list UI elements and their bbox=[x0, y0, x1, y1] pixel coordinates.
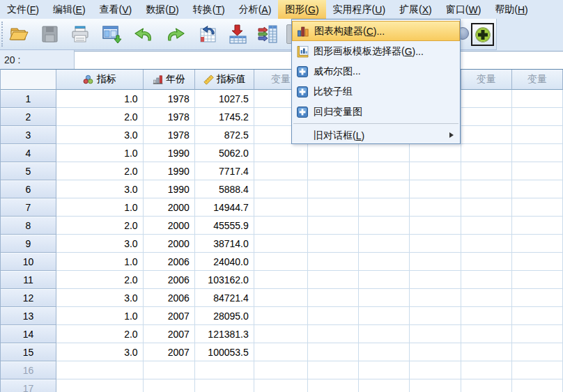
redo-button[interactable] bbox=[165, 24, 186, 45]
cell-empty[interactable] bbox=[308, 198, 359, 217]
cell-empty[interactable] bbox=[359, 235, 410, 253]
cell-empty[interactable] bbox=[308, 180, 359, 198]
cell-empty[interactable] bbox=[461, 289, 512, 307]
cell-empty[interactable] bbox=[254, 217, 308, 235]
cell-empty[interactable] bbox=[308, 343, 359, 361]
cell-empty[interactable] bbox=[461, 144, 512, 162]
cell-empty[interactable] bbox=[461, 108, 512, 126]
cell-indicator[interactable]: 3.0 bbox=[56, 289, 144, 307]
cell-empty[interactable] bbox=[512, 235, 563, 253]
cell-empty[interactable] bbox=[308, 253, 359, 271]
cell-empty[interactable] bbox=[512, 162, 563, 180]
cell-empty[interactable] bbox=[254, 343, 308, 361]
cell-empty[interactable] bbox=[512, 253, 563, 271]
row-header[interactable]: 6 bbox=[1, 180, 56, 198]
cell-empty[interactable] bbox=[308, 361, 359, 379]
cell-value[interactable]: 24040.0 bbox=[195, 253, 254, 271]
cell-empty[interactable] bbox=[254, 253, 308, 271]
column-header-year[interactable]: 年份 bbox=[144, 70, 195, 90]
cell-indicator[interactable]: 1.0 bbox=[56, 198, 144, 217]
cell-empty[interactable] bbox=[254, 379, 308, 392]
cell-empty[interactable] bbox=[410, 162, 461, 180]
cell-empty[interactable] bbox=[461, 198, 512, 217]
menu-item-compare-subgroups[interactable]: 比较子组 bbox=[292, 81, 460, 102]
cell-year[interactable]: 2000 bbox=[144, 235, 195, 253]
cell-indicator[interactable]: 2.0 bbox=[56, 271, 144, 289]
row-header[interactable]: 17 bbox=[1, 379, 56, 392]
cell-empty[interactable] bbox=[512, 144, 563, 162]
row-header[interactable]: 7 bbox=[1, 198, 56, 217]
menu-item-legacy-dialogs[interactable]: 旧对话框(L) bbox=[292, 125, 460, 146]
cell-empty[interactable] bbox=[461, 379, 512, 392]
row-header[interactable]: 10 bbox=[1, 253, 56, 271]
cell-empty[interactable] bbox=[359, 325, 410, 343]
cell-value[interactable]: 38714.0 bbox=[195, 235, 254, 253]
cell-empty[interactable] bbox=[410, 271, 461, 289]
cell-indicator[interactable] bbox=[56, 361, 144, 379]
row-header[interactable]: 1 bbox=[1, 90, 56, 108]
column-header-variable[interactable]: 变量 bbox=[512, 70, 563, 90]
cell-empty[interactable] bbox=[254, 198, 308, 217]
cell-value[interactable]: 84721.4 bbox=[195, 289, 254, 307]
cell-year[interactable] bbox=[144, 361, 195, 379]
column-header-indicator[interactable]: 指标 bbox=[56, 70, 144, 90]
menubar-item-utilities[interactable]: 实用程序(U) bbox=[326, 0, 392, 19]
cell-empty[interactable] bbox=[410, 144, 461, 162]
row-header[interactable]: 8 bbox=[1, 217, 56, 235]
cell-empty[interactable] bbox=[410, 379, 461, 392]
cell-indicator[interactable] bbox=[56, 379, 144, 392]
menu-item-graphboard-chooser[interactable]: 图形画板模板选择器(G)... bbox=[292, 41, 460, 61]
cell-empty[interactable] bbox=[410, 253, 461, 271]
cell-empty[interactable] bbox=[359, 289, 410, 307]
column-header-value[interactable]: 指标值 bbox=[195, 70, 254, 90]
cell-empty[interactable] bbox=[512, 198, 563, 217]
row-header[interactable]: 3 bbox=[1, 126, 56, 144]
print-button[interactable] bbox=[70, 24, 91, 45]
cell-empty[interactable] bbox=[308, 162, 359, 180]
undo-button[interactable] bbox=[133, 24, 154, 45]
menubar-item-transform[interactable]: 转换(T) bbox=[186, 0, 232, 19]
cell-empty[interactable] bbox=[512, 217, 563, 235]
cell-empty[interactable] bbox=[308, 235, 359, 253]
cell-empty[interactable] bbox=[359, 361, 410, 379]
goto-variable-button[interactable] bbox=[227, 24, 248, 45]
cell-year[interactable]: 1978 bbox=[144, 90, 195, 108]
cell-value[interactable]: 28095.0 bbox=[195, 307, 254, 325]
row-header[interactable]: 14 bbox=[1, 325, 56, 343]
cell-empty[interactable] bbox=[512, 271, 563, 289]
cell-empty[interactable] bbox=[254, 361, 308, 379]
cell-indicator[interactable]: 2.0 bbox=[56, 162, 144, 180]
menubar-item-analyze[interactable]: 分析(A) bbox=[232, 0, 279, 19]
cell-empty[interactable] bbox=[512, 325, 563, 343]
menubar-item-help[interactable]: 帮助(H) bbox=[488, 0, 534, 19]
cell-empty[interactable] bbox=[512, 289, 563, 307]
cell-empty[interactable] bbox=[308, 289, 359, 307]
cell-value[interactable] bbox=[195, 361, 254, 379]
row-header[interactable]: 5 bbox=[1, 162, 56, 180]
menubar-item-extensions[interactable]: 扩展(X) bbox=[392, 0, 439, 19]
cell-year[interactable]: 2006 bbox=[144, 271, 195, 289]
cell-empty[interactable] bbox=[461, 271, 512, 289]
cell-empty[interactable] bbox=[461, 361, 512, 379]
row-header[interactable]: 2 bbox=[1, 108, 56, 126]
cell-empty[interactable] bbox=[359, 180, 410, 198]
row-header[interactable]: 13 bbox=[1, 307, 56, 325]
cell-value[interactable]: 872.5 bbox=[195, 126, 254, 144]
cell-value[interactable]: 100053.5 bbox=[195, 343, 254, 361]
cell-empty[interactable] bbox=[254, 235, 308, 253]
cell-empty[interactable] bbox=[410, 198, 461, 217]
cell-indicator[interactable]: 3.0 bbox=[56, 180, 144, 198]
cell-empty[interactable] bbox=[254, 162, 308, 180]
cell-value[interactable]: 14944.7 bbox=[195, 198, 254, 217]
menubar-item-file[interactable]: 文件(F) bbox=[0, 0, 46, 19]
cell-value[interactable]: 121381.3 bbox=[195, 325, 254, 343]
cell-empty[interactable] bbox=[461, 325, 512, 343]
cell-indicator[interactable]: 1.0 bbox=[56, 307, 144, 325]
cell-year[interactable]: 2000 bbox=[144, 198, 195, 217]
cell-year[interactable] bbox=[144, 379, 195, 392]
menu-item-weibull-plot[interactable]: 威布尔图... bbox=[292, 61, 460, 81]
cell-empty[interactable] bbox=[254, 271, 308, 289]
cell-empty[interactable] bbox=[461, 343, 512, 361]
menubar-item-data[interactable]: 数据(D) bbox=[139, 0, 185, 19]
cell-indicator[interactable]: 2.0 bbox=[56, 108, 144, 126]
